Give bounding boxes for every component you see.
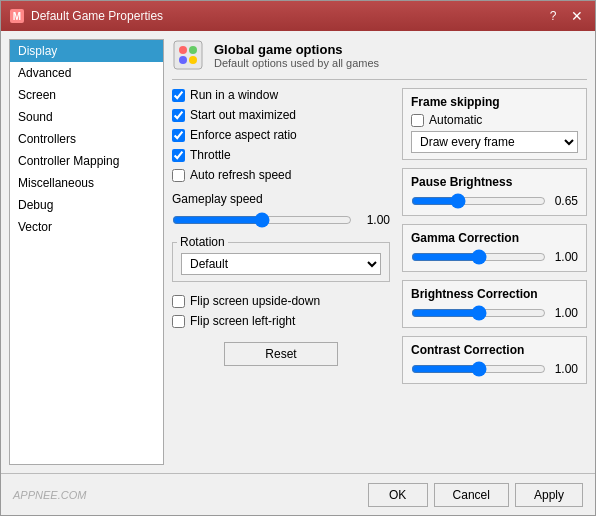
checkbox-enforce-aspect-label: Enforce aspect ratio — [190, 128, 297, 142]
checkbox-start-maximized-input[interactable] — [172, 109, 185, 122]
pause-brightness-value: 0.65 — [550, 194, 578, 208]
checkbox-flip-upside-input[interactable] — [172, 295, 185, 308]
cancel-button[interactable]: Cancel — [434, 483, 509, 507]
sidebar-item-debug[interactable]: Debug — [10, 194, 163, 216]
checkbox-auto-refresh: Auto refresh speed — [172, 168, 390, 182]
checkbox-enforce-aspect-input[interactable] — [172, 129, 185, 142]
gamma-label: Gamma Correction — [411, 231, 578, 245]
frame-skip-section: Frame skipping Automatic Draw every fram… — [402, 88, 587, 160]
gamma-value: 1.00 — [550, 250, 578, 264]
brightness-value: 1.00 — [550, 306, 578, 320]
title-bar-buttons: ? ✕ — [543, 6, 587, 26]
content-area: Run in a window Start out maximized Enfo… — [172, 88, 587, 465]
gamma-slider[interactable] — [411, 249, 546, 265]
ok-button[interactable]: OK — [368, 483, 428, 507]
contrast-slider-row: 1.00 — [411, 361, 578, 377]
checkbox-run-in-window: Run in a window — [172, 88, 390, 102]
checkbox-auto-refresh-label: Auto refresh speed — [190, 168, 291, 182]
gameplay-speed-label: Gameplay speed — [172, 192, 390, 206]
automatic-label: Automatic — [429, 113, 482, 127]
header-icon — [172, 39, 204, 71]
reset-button[interactable]: Reset — [224, 342, 337, 366]
rotation-select[interactable]: Default 90 CW 90 CCW 180 — [181, 253, 381, 275]
svg-point-4 — [189, 46, 197, 54]
brightness-slider[interactable] — [411, 305, 546, 321]
checkbox-run-in-window-input[interactable] — [172, 89, 185, 102]
checkbox-throttle: Throttle — [172, 148, 390, 162]
sidebar-item-screen[interactable]: Screen — [10, 84, 163, 106]
sidebar-item-controller-mapping[interactable]: Controller Mapping — [10, 150, 163, 172]
content-header: Global game options Default options used… — [172, 39, 587, 80]
automatic-checkbox-row: Automatic — [411, 113, 578, 127]
title-bar-left: M Default Game Properties — [9, 8, 163, 24]
checkbox-run-in-window-label: Run in a window — [190, 88, 278, 102]
frame-skip-select[interactable]: Draw every frame Skip 1 frame Skip 2 fra… — [411, 131, 578, 153]
contrast-slider[interactable] — [411, 361, 546, 377]
header-text: Global game options Default options used… — [214, 42, 379, 69]
rotation-legend: Rotation — [177, 235, 228, 249]
footer: APPNEE.COM OK Cancel Apply — [1, 473, 595, 515]
gameplay-speed-value: 1.00 — [358, 213, 390, 227]
gameplay-speed-row: 1.00 — [172, 212, 390, 228]
gamma-slider-row: 1.00 — [411, 249, 578, 265]
pause-brightness-slider-row: 0.65 — [411, 193, 578, 209]
brightness-section: Brightness Correction 1.00 — [402, 280, 587, 328]
checkbox-throttle-input[interactable] — [172, 149, 185, 162]
header-title: Global game options — [214, 42, 379, 57]
reset-section: Reset — [172, 342, 390, 366]
brightness-slider-row: 1.00 — [411, 305, 578, 321]
svg-point-3 — [179, 46, 187, 54]
automatic-checkbox[interactable] — [411, 114, 424, 127]
pause-brightness-section: Pause Brightness 0.65 — [402, 168, 587, 216]
checkbox-start-maximized: Start out maximized — [172, 108, 390, 122]
sidebar-item-sound[interactable]: Sound — [10, 106, 163, 128]
checkbox-flip-left-input[interactable] — [172, 315, 185, 328]
footer-buttons: OK Cancel Apply — [368, 483, 583, 507]
rotation-section: Rotation Default 90 CW 90 CCW 180 — [172, 240, 390, 282]
checkbox-flip-left: Flip screen left-right — [172, 314, 390, 328]
sidebar-item-display[interactable]: Display — [10, 40, 163, 62]
svg-point-5 — [179, 56, 187, 64]
sidebar-item-miscellaneous[interactable]: Miscellaneous — [10, 172, 163, 194]
checkbox-flip-left-label: Flip screen left-right — [190, 314, 295, 328]
sidebar-item-vector[interactable]: Vector — [10, 216, 163, 238]
header-subtitle: Default options used by all games — [214, 57, 379, 69]
app-icon: M — [9, 8, 25, 24]
brightness-label: Brightness Correction — [411, 287, 578, 301]
checkbox-enforce-aspect: Enforce aspect ratio — [172, 128, 390, 142]
close-button[interactable]: ✕ — [567, 6, 587, 26]
title-bar: M Default Game Properties ? ✕ — [1, 1, 595, 31]
svg-point-6 — [189, 56, 197, 64]
sidebar-item-advanced[interactable]: Advanced — [10, 62, 163, 84]
apply-button[interactable]: Apply — [515, 483, 583, 507]
main-window: M Default Game Properties ? ✕ DisplayAdv… — [0, 0, 596, 516]
checkbox-start-maximized-label: Start out maximized — [190, 108, 296, 122]
sidebar-item-controllers[interactable]: Controllers — [10, 128, 163, 150]
help-button[interactable]: ? — [543, 6, 563, 26]
svg-text:M: M — [13, 11, 21, 22]
sidebar: DisplayAdvancedScreenSoundControllersCon… — [9, 39, 164, 465]
pause-brightness-label: Pause Brightness — [411, 175, 578, 189]
svg-rect-2 — [174, 41, 202, 69]
checkbox-flip-upside-label: Flip screen upside-down — [190, 294, 320, 308]
checkbox-flip-upside: Flip screen upside-down — [172, 294, 390, 308]
frame-skip-label: Frame skipping — [411, 95, 578, 109]
window-title: Default Game Properties — [31, 9, 163, 23]
window-body: DisplayAdvancedScreenSoundControllersCon… — [1, 31, 595, 473]
gamma-section: Gamma Correction 1.00 — [402, 224, 587, 272]
right-panel: Frame skipping Automatic Draw every fram… — [402, 88, 587, 465]
contrast-value: 1.00 — [550, 362, 578, 376]
contrast-label: Contrast Correction — [411, 343, 578, 357]
pause-brightness-slider[interactable] — [411, 193, 546, 209]
main-content: Global game options Default options used… — [172, 39, 587, 465]
checkbox-auto-refresh-input[interactable] — [172, 169, 185, 182]
left-panel: Run in a window Start out maximized Enfo… — [172, 88, 390, 465]
rotation-fieldset: Rotation Default 90 CW 90 CCW 180 — [172, 242, 390, 282]
contrast-section: Contrast Correction 1.00 — [402, 336, 587, 384]
gameplay-speed-slider[interactable] — [172, 212, 352, 228]
watermark: APPNEE.COM — [13, 489, 86, 501]
checkbox-throttle-label: Throttle — [190, 148, 231, 162]
